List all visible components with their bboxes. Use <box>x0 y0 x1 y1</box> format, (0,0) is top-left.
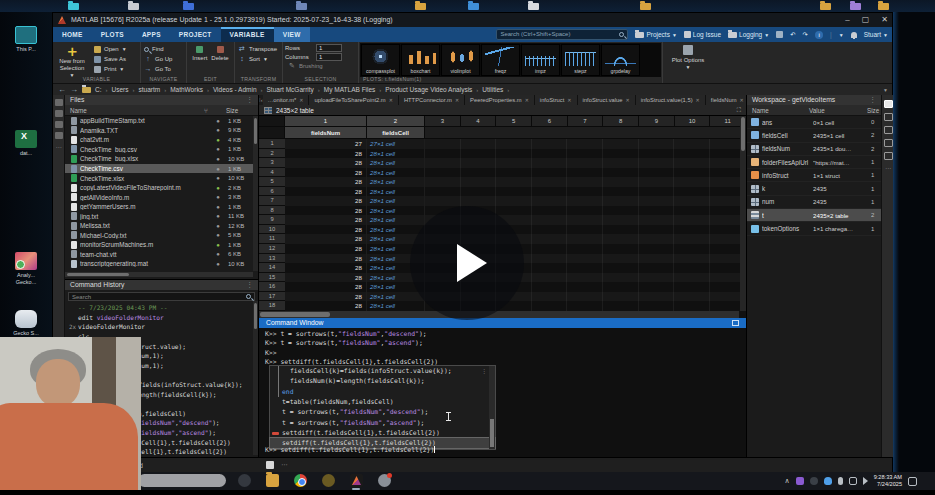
column-number[interactable]: 10 <box>675 116 711 127</box>
variable-tab[interactable]: infoStruct✕ <box>535 95 578 105</box>
fieldscell-cell[interactable]: 28×1 cell <box>367 196 425 206</box>
help-icon[interactable]: i <box>815 31 823 39</box>
fieldscell-cell[interactable]: 28×1 cell <box>367 292 425 302</box>
column-number[interactable]: 7 <box>568 116 604 127</box>
file-row[interactable]: transcriptgenerating.mat ● 10 KB <box>65 259 258 269</box>
fieldsnum-cell[interactable]: 28 <box>285 273 367 283</box>
tray-obs-icon[interactable] <box>810 477 818 485</box>
panel-icon-properties[interactable] <box>884 113 893 121</box>
ribbon-tab[interactable]: VARIABLE <box>221 27 274 42</box>
panel-more-icon[interactable]: ⋯ <box>53 143 64 150</box>
fieldsnum-cell[interactable]: 28 <box>285 196 367 206</box>
matlab-taskbar-icon[interactable] <box>350 474 363 487</box>
workspace-variable-row[interactable]: tokenOptions 1×1 charega… 1 <box>747 222 881 235</box>
files-col-name[interactable]: Name <box>65 105 204 115</box>
find-button[interactable]: Find <box>141 44 186 54</box>
fieldscell-cell[interactable]: 28×1 cell <box>367 177 425 187</box>
file-row[interactable]: jing.txt ● 11 KB <box>65 211 258 221</box>
table-row[interactable]: 4 28 28×1 cell <box>259 168 746 178</box>
ribbon-tab[interactable]: PLOTS <box>92 27 133 42</box>
command-history-search-input[interactable]: Search <box>68 292 255 301</box>
notifications-bell-icon[interactable] <box>851 32 857 38</box>
workspace-variable-row[interactable]: num 2435 1 <box>747 196 881 209</box>
command-history-menu-icon[interactable]: ⋮ <box>246 280 253 290</box>
app-icon[interactable] <box>322 474 335 487</box>
breadcrumb-segment[interactable]: Product Usage Video Analysis <box>385 86 472 93</box>
popup-history-line[interactable]: fieldsCell{k}=fields(infoStruct.value{k}… <box>270 366 495 376</box>
microphone-icon[interactable] <box>838 477 843 485</box>
workspace-col-size[interactable]: Size <box>867 105 881 115</box>
print-button[interactable]: Print ▼ <box>91 64 127 74</box>
fieldscell-cell[interactable]: 28×1 cell <box>367 215 425 225</box>
file-row[interactable]: getYammerUsers.m ● 1 KB <box>65 202 258 212</box>
breadcrumb-segment[interactable]: stuartm <box>138 86 160 93</box>
workspace-variable-row[interactable]: folderFilesApiUrl "https://mat… 1 <box>747 156 881 169</box>
panel-icon-projects[interactable] <box>55 132 63 139</box>
status-doc-icon[interactable] <box>266 461 274 469</box>
projects-button[interactable]: Projects▼ <box>635 31 676 38</box>
breadcrumb-segment[interactable]: Utilities <box>482 86 503 93</box>
files-horizontal-scrollbar[interactable] <box>65 272 253 277</box>
taskbar-clock[interactable]: 9:28:33 AM 7/24/2025 <box>874 474 902 488</box>
maximize-button[interactable]: ▢ <box>862 13 870 27</box>
fieldsnum-cell[interactable]: 28 <box>285 292 367 302</box>
table-row[interactable]: 2 28 28×1 cell <box>259 149 746 159</box>
fieldsnum-cell[interactable]: 28 <box>285 168 367 178</box>
logging-button[interactable]: Logging▼ <box>728 31 769 38</box>
editor-file-tab[interactable]: HTTPConnector.m✕ <box>399 95 465 105</box>
close-button[interactable]: ✕ <box>881 13 888 27</box>
history-entry[interactable]: -- 7/23/2025 04:43 PM -- <box>65 303 258 313</box>
obs-recording-icon[interactable] <box>378 474 391 487</box>
popup-history-line[interactable]: settdiff(t.fieldsCell{1},t.fieldsCell{2}… <box>270 428 495 438</box>
delete-button[interactable]: Delete <box>211 46 228 75</box>
breadcrumb-segment[interactable]: MathWorks <box>170 86 203 93</box>
editor-file-tab[interactable]: uploadFileToSharePoint2.m✕ <box>309 95 398 105</box>
file-row[interactable]: CheckTime_bug.csv ● 1 KB <box>65 145 258 155</box>
history-vertical-scrollbar[interactable] <box>253 301 258 455</box>
undo-button[interactable]: ↶ <box>790 31 795 39</box>
file-row[interactable]: Melissa.txt ● 12 KB <box>65 221 258 231</box>
fieldscell-cell[interactable]: 28×1 cell <box>367 149 425 159</box>
fieldsnum-cell[interactable]: 28 <box>285 282 367 292</box>
table-row[interactable]: 6 28 28×1 cell <box>259 187 746 197</box>
tab-close-icon[interactable]: ✕ <box>696 97 700 103</box>
variable-tab[interactable]: infoStruct.value(1,5)✕ <box>636 95 706 105</box>
back-arrow-icon[interactable]: ← <box>58 85 66 94</box>
tab-close-icon[interactable]: ✕ <box>455 97 459 103</box>
chrome-icon[interactable] <box>294 474 307 487</box>
popup-history-line[interactable]: t = sortrows(t,"fieldsNum","ascend"); <box>270 417 495 427</box>
breadcrumb-dropdown-icon[interactable]: ▼ <box>883 87 888 93</box>
desktop-shortcut[interactable]: This P... <box>4 26 48 53</box>
table-row[interactable]: 1 27 27×1 cell <box>259 139 746 149</box>
onedrive-icon[interactable] <box>824 477 832 485</box>
popup-history-line[interactable]: t=table(fieldsNum,fieldsCell) <box>270 397 495 407</box>
fieldsnum-cell[interactable]: 28 <box>285 158 367 168</box>
files-vertical-scrollbar[interactable] <box>253 116 258 271</box>
column-number[interactable]: 1 <box>285 116 367 127</box>
table-row[interactable]: 3 28 28×1 cell <box>259 158 746 168</box>
fieldscell-cell[interactable]: 27×1 cell <box>367 139 425 149</box>
popup-history-line[interactable]: end <box>270 387 495 397</box>
toolstrip-collapse-icon[interactable]: ▼ <box>839 32 844 38</box>
column-number[interactable]: 6 <box>532 116 568 127</box>
fieldsnum-cell[interactable]: 27 <box>285 139 367 149</box>
workspace-variable-row[interactable]: t 2435×2 table 2 <box>747 209 881 222</box>
search-input[interactable]: Search (Ctrl+Shift+Space) <box>496 29 628 40</box>
fieldsnum-cell[interactable]: 28 <box>285 263 367 273</box>
ribbon-tab[interactable]: APPS <box>133 27 170 42</box>
history-entry[interactable]: edit videoFolderMonitor <box>65 313 258 323</box>
fieldscell-cell[interactable]: 28×1 cell <box>367 187 425 197</box>
notification-center-icon[interactable] <box>908 477 917 486</box>
tab-close-icon[interactable]: ✕ <box>299 97 303 103</box>
popup-menu-icon[interactable]: ⋮ <box>481 367 487 374</box>
transpose-button[interactable]: ⇄Transpose <box>235 44 282 54</box>
column-number[interactable]: 9 <box>639 116 675 127</box>
forward-arrow-icon[interactable]: → <box>70 85 78 94</box>
tab-close-icon[interactable]: ✕ <box>525 97 529 103</box>
file-row[interactable]: appBuildTimeStamp.txt ● 1 KB <box>65 116 258 126</box>
panel-icon-files[interactable] <box>55 99 63 106</box>
tray-chevron-icon[interactable]: ∧ <box>785 477 790 485</box>
fieldsnum-cell[interactable]: 28 <box>285 254 367 264</box>
new-from-selection-button[interactable]: ＋ New from Selection▼ <box>55 44 89 75</box>
ribbon-tab[interactable]: HOME <box>53 27 92 42</box>
